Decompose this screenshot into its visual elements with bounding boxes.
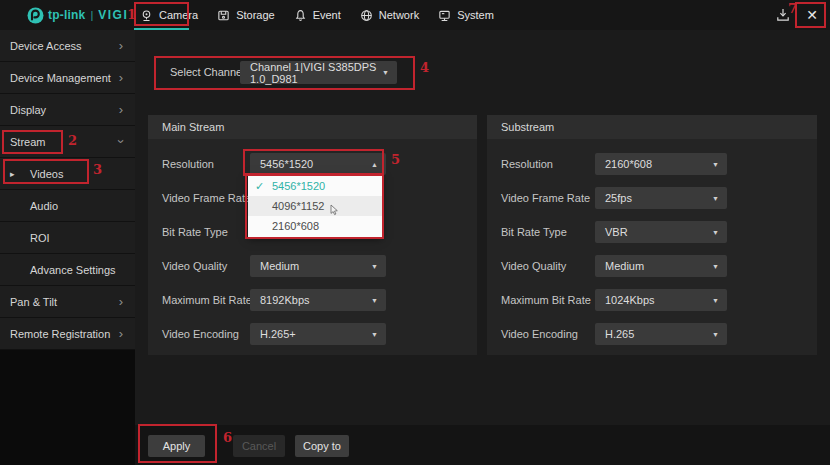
chevron-down-icon: ▼ bbox=[712, 195, 719, 202]
field-label: Bit Rate Type bbox=[501, 226, 567, 238]
sidebar-item-label: Stream bbox=[10, 136, 119, 148]
sub-max-bit-rate-row: Maximum Bit Rate 1024Kbps ▼ bbox=[487, 289, 817, 311]
download-icon[interactable] bbox=[775, 7, 791, 23]
tab-system[interactable]: System bbox=[438, 9, 494, 22]
chevron-down-icon: ▼ bbox=[382, 69, 389, 76]
field-label: Video Frame Rate bbox=[162, 192, 251, 204]
chevron-right-icon: › bbox=[119, 39, 123, 52]
sub-max-bit-rate-select[interactable]: 1024Kbps ▼ bbox=[595, 289, 727, 311]
logo-divider: | bbox=[90, 9, 93, 21]
sub-bit-rate-type-select[interactable]: VBR ▼ bbox=[595, 221, 727, 243]
tab-network[interactable]: Network bbox=[360, 9, 419, 22]
sidebar-item-audio[interactable]: Audio bbox=[0, 190, 135, 222]
brand-text: tp-link bbox=[48, 8, 85, 22]
field-label: Video Quality bbox=[162, 260, 227, 272]
sub-bit-rate-type-row: Bit Rate Type VBR ▼ bbox=[487, 221, 817, 243]
main-resolution-value: 5456*1520 bbox=[260, 158, 313, 170]
dropdown-option-2160x608[interactable]: 2160*608 bbox=[248, 216, 382, 236]
apply-button[interactable]: Apply bbox=[148, 435, 205, 457]
chevron-down-icon: ▼ bbox=[371, 263, 378, 270]
camera-icon bbox=[140, 9, 153, 22]
chevron-down-icon: ▼ bbox=[371, 331, 378, 338]
cancel-button: Cancel bbox=[233, 435, 285, 457]
sidebar-item-device-access[interactable]: Device Access › bbox=[0, 30, 135, 62]
close-icon[interactable]: ✕ bbox=[802, 6, 822, 24]
dropdown-option-4096x1152[interactable]: 4096*1152 bbox=[248, 196, 382, 216]
sidebar-item-stream[interactable]: Stream › bbox=[0, 126, 135, 158]
main-max-bit-rate-select[interactable]: 8192Kbps ▼ bbox=[250, 289, 386, 311]
sidebar-item-label: Device Access bbox=[10, 40, 119, 52]
tab-label: Camera bbox=[159, 9, 198, 21]
select-value: H.265 bbox=[605, 328, 634, 340]
sidebar-item-display[interactable]: Display › bbox=[0, 94, 135, 126]
product-text: VIGI bbox=[98, 8, 128, 22]
sidebar-item-roi[interactable]: ROI bbox=[0, 222, 135, 254]
field-label: Video Encoding bbox=[162, 328, 239, 340]
sidebar-item-device-management[interactable]: Device Management › bbox=[0, 62, 135, 94]
top-bar: tp-link | VIGI Camera Storage bbox=[0, 0, 830, 30]
select-value: Medium bbox=[260, 260, 299, 272]
sub-video-encoding-row: Video Encoding H.265 ▼ bbox=[487, 323, 817, 345]
field-label: Maximum Bit Rate bbox=[501, 294, 591, 306]
sub-frame-rate-row: Video Frame Rate 25fps ▼ bbox=[487, 187, 817, 209]
dropdown-option-5456x1520[interactable]: ✓ 5456*1520 bbox=[248, 176, 382, 196]
option-label: 2160*608 bbox=[272, 220, 319, 232]
chevron-down-icon: › bbox=[114, 139, 127, 143]
sub-video-quality-select[interactable]: Medium ▼ bbox=[595, 255, 727, 277]
sidebar-item-label: Display bbox=[10, 104, 119, 116]
select-value: 1024Kbps bbox=[605, 294, 655, 306]
select-value: VBR bbox=[605, 226, 628, 238]
option-label: 4096*1152 bbox=[272, 200, 324, 212]
select-value: Medium bbox=[605, 260, 644, 272]
network-globe-icon bbox=[360, 9, 373, 22]
sidebar-item-label: ROI bbox=[30, 232, 123, 244]
select-value: 8192Kbps bbox=[260, 294, 310, 306]
chevron-down-icon: ▼ bbox=[712, 161, 719, 168]
sub-resolution-select[interactable]: 2160*608 ▼ bbox=[595, 153, 727, 175]
main-stream-panel: Main Stream Resolution 5456*1520 ▲ Video… bbox=[148, 115, 477, 355]
substream-panel: Substream Resolution 2160*608 ▼ Video Fr… bbox=[487, 115, 817, 355]
field-label: Video Encoding bbox=[501, 328, 578, 340]
tab-label: Storage bbox=[236, 9, 275, 21]
active-item-arrow-icon: ▸ bbox=[10, 169, 15, 179]
sidebar-item-remote-registration[interactable]: Remote Registration › bbox=[0, 318, 135, 350]
tp-link-vigi-logo: tp-link | VIGI bbox=[27, 0, 128, 30]
sub-video-encoding-select[interactable]: H.265 ▼ bbox=[595, 323, 727, 345]
main-stream-title: Main Stream bbox=[148, 115, 477, 139]
main-resolution-select[interactable]: 5456*1520 ▲ bbox=[250, 153, 386, 175]
field-label: Video Frame Rate bbox=[501, 192, 590, 204]
system-monitor-icon bbox=[438, 9, 451, 22]
sidebar: Device Access › Device Management › Disp… bbox=[0, 30, 135, 465]
sidebar-item-label: Advance Settings bbox=[30, 264, 123, 276]
substream-title: Substream bbox=[487, 115, 817, 139]
tab-label: Network bbox=[379, 9, 419, 21]
chevron-right-icon: › bbox=[119, 327, 123, 340]
tab-event[interactable]: Event bbox=[294, 9, 341, 22]
resolution-dropdown-menu: ✓ 5456*1520 4096*1152 2160*608 bbox=[248, 175, 382, 237]
chevron-down-icon: ▼ bbox=[371, 297, 378, 304]
tab-camera[interactable]: Camera bbox=[140, 9, 198, 22]
main-video-encoding-select[interactable]: H.265+ ▼ bbox=[250, 323, 386, 345]
check-icon: ✓ bbox=[255, 180, 264, 193]
copy-to-button[interactable]: Copy to bbox=[295, 435, 349, 457]
mouse-cursor-icon bbox=[330, 204, 339, 216]
sidebar-item-pan-tilt[interactable]: Pan & Tilt › bbox=[0, 286, 135, 318]
field-label: Maximum Bit Rate bbox=[162, 294, 252, 306]
main-video-quality-select[interactable]: Medium ▼ bbox=[250, 255, 386, 277]
tab-label: System bbox=[457, 9, 494, 21]
chevron-down-icon: ▼ bbox=[712, 297, 719, 304]
chevron-down-icon: ▼ bbox=[712, 263, 719, 270]
sub-resolution-row: Resolution 2160*608 ▼ bbox=[487, 153, 817, 175]
tab-storage[interactable]: Storage bbox=[217, 9, 275, 22]
chevron-right-icon: › bbox=[119, 103, 123, 116]
sidebar-item-label: Pan & Tilt bbox=[10, 296, 119, 308]
sidebar-item-advance-settings[interactable]: Advance Settings bbox=[0, 254, 135, 286]
sub-frame-rate-select[interactable]: 25fps ▼ bbox=[595, 187, 727, 209]
sidebar-item-videos[interactable]: ▸ Videos bbox=[0, 158, 135, 190]
chevron-down-icon: ▼ bbox=[712, 331, 719, 338]
storage-icon bbox=[217, 9, 230, 22]
select-value: H.265+ bbox=[260, 328, 296, 340]
sub-video-quality-row: Video Quality Medium ▼ bbox=[487, 255, 817, 277]
channel-select[interactable]: Channel 1|VIGI S385DPS 1.0_D981 ▼ bbox=[240, 61, 397, 84]
field-label: Resolution bbox=[501, 158, 553, 170]
